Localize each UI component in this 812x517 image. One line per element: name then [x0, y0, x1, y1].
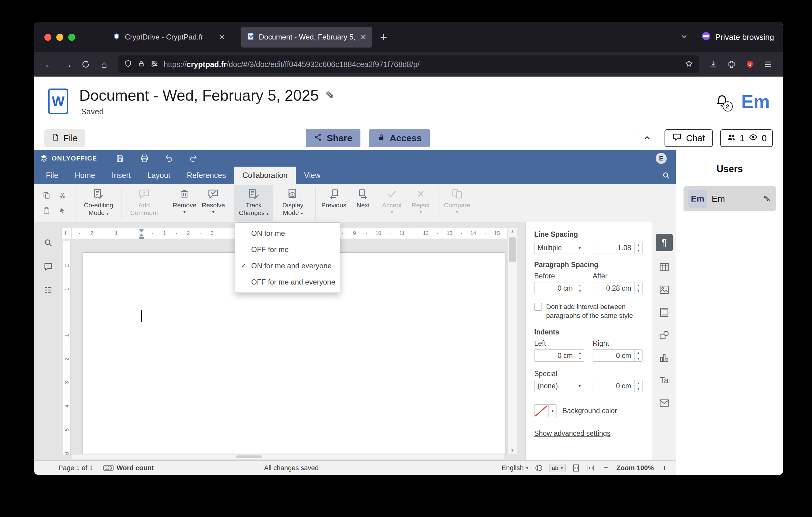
word-count-button[interactable]: 123 Word count — [104, 464, 154, 472]
image-settings-icon[interactable] — [658, 283, 671, 297]
spin-down-icon[interactable]: ▼ — [576, 288, 584, 294]
chevron-down-icon[interactable]: ▾ — [549, 405, 556, 417]
chat-button[interactable]: Chat — [665, 129, 713, 147]
share-button[interactable]: Share — [306, 129, 360, 147]
save-button[interactable] — [113, 152, 127, 164]
oo-tab-layout[interactable]: Layout — [139, 167, 179, 184]
ribbon-previous-button[interactable]: Previous — [319, 185, 349, 221]
ribbon-track-changes-button[interactable]: Track Changes ▴ — [234, 185, 273, 221]
file-menu-button[interactable]: File — [45, 129, 85, 147]
track-menu-item[interactable]: ✓ON for me and everyone — [235, 257, 340, 274]
special-indent-spinner[interactable]: 0 cm▲▼ — [592, 380, 642, 392]
extensions-icon[interactable] — [723, 56, 741, 73]
permissions-icon[interactable] — [150, 59, 159, 69]
oo-tab-references[interactable]: References — [179, 167, 234, 184]
track-menu-item[interactable]: ON for me — [235, 225, 340, 241]
spin-up-icon[interactable]: ▲ — [576, 350, 584, 356]
spin-down-icon[interactable]: ▼ — [635, 248, 642, 253]
oo-tab-insert[interactable]: Insert — [104, 167, 139, 184]
ribbon-resolve-button[interactable]: Resolve▾ — [199, 185, 228, 221]
ribbon-next-button[interactable]: Next — [349, 185, 378, 221]
spin-up-icon[interactable]: ▲ — [635, 282, 642, 288]
line-spacing-select[interactable]: Multiple▾ — [534, 242, 584, 254]
close-tab-icon[interactable]: ✕ — [360, 33, 367, 42]
close-tab-icon[interactable]: ✕ — [219, 33, 225, 42]
downloads-icon[interactable] — [704, 56, 722, 73]
copy-button[interactable] — [39, 189, 54, 202]
ribbon-display-mode-button[interactable]: Display Mode ▾ — [273, 185, 312, 221]
advanced-settings-link[interactable]: Show advanced settings — [534, 429, 610, 438]
document-title[interactable]: Document - Wed, February 5, 2025 — [79, 87, 319, 104]
access-button[interactable]: Access — [369, 129, 430, 147]
account-avatar[interactable]: E — [656, 153, 667, 164]
tracking-shield-icon[interactable] — [124, 59, 133, 69]
collapse-toolbar-button[interactable] — [637, 130, 657, 146]
find-icon[interactable] — [41, 236, 55, 250]
scroll-down-icon[interactable]: ▼ — [508, 448, 517, 453]
spacing-before-spinner[interactable]: 0 cm▲▼ — [534, 282, 584, 294]
oo-tab-file[interactable]: File — [38, 167, 66, 184]
home-button[interactable]: ⌂ — [95, 56, 113, 73]
comments-icon[interactable] — [41, 260, 55, 274]
oo-tab-home[interactable]: Home — [66, 167, 104, 184]
edit-title-pencil-icon[interactable]: ✎ — [325, 89, 335, 102]
minimize-window-button[interactable] — [56, 34, 63, 41]
fit-page-button[interactable] — [572, 464, 580, 472]
vertical-ruler[interactable]: 21···1·2·3·4·5·6· — [63, 241, 71, 455]
spin-up-icon[interactable]: ▲ — [635, 380, 642, 386]
scrollbar-thumb[interactable] — [236, 456, 262, 458]
undo-button[interactable] — [162, 152, 176, 164]
line-spacing-value-spinner[interactable]: 1.08▲▼ — [592, 242, 642, 254]
lock-icon[interactable] — [137, 60, 145, 69]
page-indicator[interactable]: Page 1 of 1 — [58, 464, 93, 472]
select-all-button[interactable] — [55, 204, 69, 217]
address-bar[interactable]: https://cryptpad.fr/doc/#/3/doc/edit/ff0… — [118, 55, 699, 73]
spin-up-icon[interactable]: ▲ — [635, 350, 642, 356]
bookmark-star-icon[interactable] — [685, 59, 693, 69]
maximize-window-button[interactable] — [68, 34, 75, 41]
shape-settings-icon[interactable] — [658, 328, 671, 342]
print-button[interactable] — [137, 152, 151, 164]
spin-down-icon[interactable]: ▼ — [635, 288, 642, 294]
search-icon[interactable] — [656, 167, 676, 184]
vertical-scrollbar[interactable]: ▲ ▼ — [508, 227, 517, 454]
reload-button[interactable] — [77, 56, 94, 73]
paragraph-settings-icon[interactable]: ¶ — [656, 234, 673, 251]
zoom-in-button[interactable]: + — [660, 463, 669, 472]
tab-stop-selector[interactable]: L — [61, 228, 71, 239]
oo-tab-view[interactable]: View — [296, 167, 329, 184]
navigation-headings-icon[interactable] — [41, 283, 55, 297]
tab-cryptdrive[interactable]: CryptDrive - CryptPad.fr ✕ — [107, 27, 231, 48]
spin-up-icon[interactable]: ▲ — [635, 242, 642, 248]
back-button[interactable]: ← — [40, 56, 58, 73]
fit-width-button[interactable] — [586, 464, 595, 472]
spin-down-icon[interactable]: ▼ — [576, 356, 584, 361]
spacing-after-spinner[interactable]: 0.28 cm▲▼ — [592, 282, 642, 294]
background-color-swatch[interactable]: ▾ — [534, 404, 557, 417]
chart-settings-icon[interactable] — [658, 351, 671, 364]
ribbon-remove-button[interactable]: Remove▾ — [170, 185, 199, 221]
url-text[interactable]: https://cryptpad.fr/doc/#/3/doc/edit/ff0… — [164, 60, 680, 69]
ribbon-coediting-button[interactable]: Co-editing Mode ▾ — [79, 185, 118, 221]
set-language-globe-icon[interactable] — [534, 464, 543, 472]
scroll-up-icon[interactable]: ▲ — [508, 229, 517, 234]
zoom-out-button[interactable]: − — [601, 463, 610, 472]
new-tab-button[interactable]: + — [380, 30, 387, 44]
special-indent-select[interactable]: (none)▾ — [534, 380, 584, 392]
menu-hamburger-icon[interactable] — [759, 56, 777, 73]
horizontal-scrollbar[interactable] — [72, 454, 504, 459]
list-tabs-chevron-icon[interactable] — [680, 32, 688, 42]
oo-tab-collaboration[interactable]: Collaboration — [234, 167, 295, 184]
close-window-button[interactable] — [45, 34, 51, 41]
indent-right-spinner[interactable]: 0 cm▲▼ — [592, 350, 642, 362]
track-menu-item[interactable]: OFF for me — [235, 241, 340, 257]
spin-down-icon[interactable]: ▼ — [635, 386, 642, 392]
spin-up-icon[interactable]: ▲ — [576, 282, 584, 288]
indent-left-spinner[interactable]: 0 cm▲▼ — [534, 350, 584, 362]
headerfooter-settings-icon[interactable] — [658, 306, 671, 319]
textart-settings-icon[interactable]: Ta — [658, 374, 671, 387]
indent-markers[interactable] — [139, 228, 144, 239]
tab-document[interactable]: W Document - Wed, February 5, 2 ✕ — [241, 27, 372, 48]
track-menu-item[interactable]: OFF for me and everyone — [235, 274, 340, 290]
mailmerge-settings-icon[interactable] — [658, 396, 671, 410]
